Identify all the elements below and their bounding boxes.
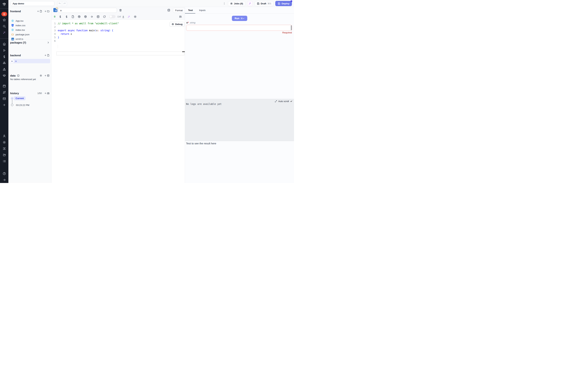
- prism-icon: [3, 68, 6, 71]
- take-snapshot-button[interactable]: [44, 92, 50, 95]
- rail-item-create[interactable]: [0, 102, 9, 108]
- rail-item-workers[interactable]: [0, 146, 9, 152]
- deploy-button[interactable]: Deploy: [275, 1, 292, 6]
- info-icon[interactable]: [17, 74, 20, 77]
- package-toolbar-button-5[interactable]: [84, 15, 87, 18]
- more-menu-button[interactable]: [222, 1, 226, 6]
- add-file-button[interactable]: [37, 10, 42, 13]
- data-settings-button[interactable]: [40, 74, 42, 77]
- maximize-icon: [275, 100, 277, 102]
- rail-item-variables[interactable]: [0, 54, 9, 60]
- file-toolbar-button-3[interactable]: [71, 15, 74, 18]
- dollar-icon: [59, 15, 62, 18]
- library-button[interactable]: [179, 15, 182, 18]
- refresh-icon: [103, 15, 106, 18]
- code-editor[interactable]: 1// import * as wmill from "windmill-cli…: [52, 20, 185, 183]
- database-toolbar-button-7[interactable]: [97, 15, 100, 18]
- bug-icon: [230, 2, 233, 5]
- rail-item-folders[interactable]: [0, 152, 9, 158]
- run-button[interactable]: Run ⌘↵: [232, 16, 247, 21]
- rail-item-learn[interactable]: [0, 73, 9, 79]
- draft-button[interactable]: Draft ⌘S: [255, 1, 274, 6]
- arg-x-input[interactable]: [186, 25, 292, 31]
- line-number: 3: [52, 29, 56, 32]
- code-line-text: }: [56, 36, 59, 39]
- tab-inputs[interactable]: Inputs: [196, 7, 209, 13]
- app-name-input[interactable]: [11, 1, 54, 6]
- file-row-package.json[interactable]: {}package.json: [10, 32, 50, 37]
- add-backend-script-button[interactable]: [44, 54, 50, 57]
- debug-button[interactable]: Debug: [169, 22, 185, 26]
- rail-item-ai[interactable]: [0, 30, 9, 36]
- explorer-panel: frontend App.tsx3index.cssindex.tsx{}pac…: [9, 7, 52, 183]
- add-table-button[interactable]: [44, 74, 50, 77]
- redo-icon: [63, 2, 66, 5]
- react-icon: [11, 28, 14, 31]
- current-line-highlight: [56, 51, 184, 55]
- file-label: index.tsx: [16, 29, 25, 31]
- dollar-toolbar-button-2[interactable]: [65, 15, 68, 18]
- rail-item-audit-logs[interactable]: [0, 158, 9, 165]
- rail-item-settings[interactable]: [0, 140, 9, 146]
- autoscroll-toggle[interactable]: Auto scroll: [278, 100, 289, 103]
- library-icon: [179, 15, 182, 18]
- chevron-right-icon[interactable]: [47, 41, 50, 44]
- delete-script-button[interactable]: [119, 9, 122, 12]
- redo-button[interactable]: [62, 1, 67, 6]
- hook-toolbar-button-6[interactable]: [90, 15, 93, 18]
- packages-section-header[interactable]: packages (7): [10, 41, 50, 44]
- magic-wand-icon: [249, 2, 251, 5]
- db-schema-button[interactable]: [167, 9, 170, 12]
- line-number: 1: [52, 22, 56, 25]
- history-entry-time[interactable]: 03:23:22 PM: [16, 104, 29, 106]
- format-button[interactable]: Format: [173, 8, 185, 13]
- rail-item-flows[interactable]: [0, 90, 9, 96]
- rail-item-expand-menu[interactable]: [0, 177, 9, 183]
- rail-item-runs[interactable]: [0, 48, 9, 54]
- history-current-entry[interactable]: Current: [14, 96, 26, 100]
- rail-item-schedules[interactable]: [0, 83, 9, 90]
- route-icon: [3, 91, 6, 94]
- file-row-index.css[interactable]: 3index.css: [10, 23, 50, 28]
- rail-item-home[interactable]: [0, 41, 9, 48]
- rail-item-apps[interactable]: [0, 11, 9, 17]
- user-icon: [3, 134, 6, 138]
- undo-button[interactable]: [57, 1, 62, 6]
- logs-panel: Auto scroll No logs are available yet: [185, 99, 294, 141]
- file-label: wmill.ts: [16, 38, 23, 40]
- expand-logs-button[interactable]: [275, 100, 277, 102]
- rail-item-resources[interactable]: [0, 60, 9, 67]
- add-folder-button[interactable]: [44, 10, 50, 13]
- diff-plusminus-button[interactable]: ±: [122, 15, 124, 18]
- backend-title: backend: [10, 54, 21, 57]
- backend-item-a[interactable]: a a: [10, 59, 50, 63]
- history-title: history: [10, 92, 19, 95]
- file-icon: [71, 15, 74, 18]
- ai-edit-button[interactable]: [127, 15, 130, 18]
- rail-item-help[interactable]: [0, 171, 9, 177]
- script-editor-column: TS Format Diff ± 1// import * as wmill f…: [52, 7, 185, 183]
- file-row-App.tsx[interactable]: App.tsx: [10, 18, 50, 23]
- dollar-toolbar-button-1[interactable]: [59, 15, 62, 18]
- folder-icon: [3, 153, 6, 157]
- rail-item-search[interactable]: [0, 23, 9, 30]
- ai-assistant-button[interactable]: [247, 1, 253, 6]
- refresh-toolbar-button-8[interactable]: [103, 15, 106, 18]
- script-name-input[interactable]: [58, 8, 117, 13]
- diff-toggle[interactable]: [109, 15, 115, 18]
- editor-settings-button[interactable]: [134, 15, 137, 18]
- plus-icon: [3, 103, 6, 107]
- undo-icon: [59, 2, 61, 5]
- bun-runtime-icon: [56, 7, 58, 9]
- line-number: 2: [52, 25, 56, 29]
- rail-item-account[interactable]: [0, 133, 9, 140]
- package-toolbar-button-4[interactable]: [78, 15, 81, 18]
- rail-item-messages[interactable]: [0, 96, 9, 102]
- file-row-index.tsx[interactable]: index.tsx: [10, 28, 50, 32]
- dollar-icon: [3, 55, 6, 58]
- windmill-logo-icon[interactable]: [0, 1, 9, 7]
- tab-test[interactable]: Test: [185, 7, 196, 13]
- rail-item-triggers[interactable]: [0, 67, 9, 73]
- rail-item-favorites[interactable]: [0, 17, 9, 23]
- jobs-button[interactable]: Jobs (0): [228, 1, 245, 6]
